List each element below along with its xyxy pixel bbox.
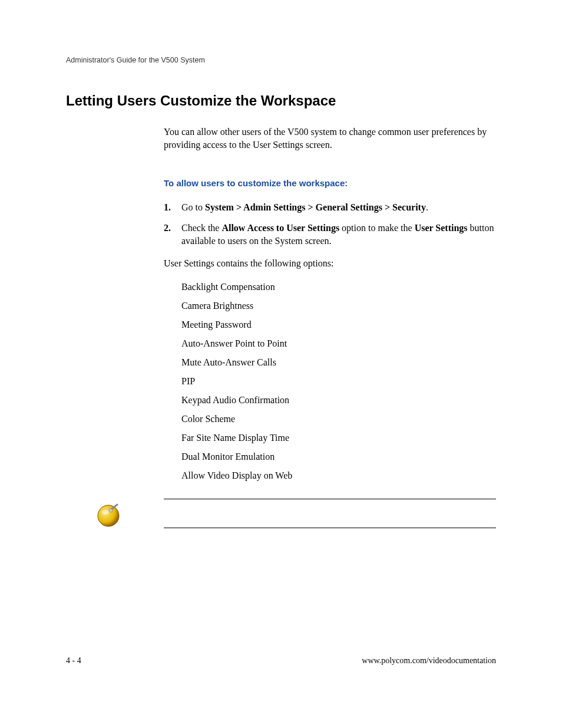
list-item: Auto-Answer Point to Point [181, 338, 496, 349]
step-text: Go to System > Admin Settings > General … [181, 201, 428, 214]
step-bold-path: System > Admin Settings > General Settin… [205, 202, 426, 212]
list-item: Dual Monitor Emulation [181, 452, 496, 462]
step-number: 2. [164, 222, 181, 247]
step-number: 1. [164, 201, 181, 214]
options-intro: User Settings contains the following opt… [164, 258, 496, 269]
note-icon [96, 503, 121, 531]
step-bold-option: User Settings [415, 223, 468, 233]
step-text-fragment: option to make the [339, 223, 415, 233]
list-item: Color Scheme [181, 414, 496, 424]
page-footer: 4 - 4 www.polycom.com/videodocumentation [66, 656, 496, 666]
list-item: Allow Video Display on Web [181, 470, 496, 481]
note-block [164, 499, 496, 528]
step-item: 1. Go to System > Admin Settings > Gener… [164, 201, 496, 214]
section-heading: Letting Users Customize the Workspace [66, 93, 496, 109]
step-text-fragment: . [426, 202, 428, 212]
step-text: Check the Allow Access to User Settings … [181, 222, 496, 247]
task-heading: To allow users to customize the workspac… [164, 178, 496, 188]
list-item: Camera Brightness [181, 301, 496, 311]
list-item: Meeting Password [181, 319, 496, 330]
step-list: 1. Go to System > Admin Settings > Gener… [164, 201, 496, 248]
list-item: PIP [181, 376, 496, 387]
footer-url: www.polycom.com/videodocumentation [362, 656, 496, 666]
divider [164, 528, 496, 528]
pin-icon [96, 503, 121, 528]
svg-point-3 [109, 509, 113, 512]
list-item: Keypad Audio Confirmation [181, 395, 496, 406]
list-item: Backlight Compensation [181, 282, 496, 292]
step-item: 2. Check the Allow Access to User Settin… [164, 222, 496, 247]
running-header: Administrator's Guide for the V500 Syste… [66, 56, 496, 64]
step-bold-option: Allow Access to User Settings [222, 223, 339, 233]
page-number: 4 - 4 [66, 656, 81, 666]
step-text-fragment: Check the [181, 223, 222, 233]
list-item: Mute Auto-Answer Calls [181, 357, 496, 368]
step-text-fragment: Go to [181, 202, 205, 212]
svg-point-0 [98, 505, 119, 526]
options-list: Backlight Compensation Camera Brightness… [181, 282, 496, 481]
body-content: You can allow other users of the V500 sy… [164, 126, 496, 481]
document-page: Administrator's Guide for the V500 Syste… [0, 0, 562, 728]
intro-paragraph: You can allow other users of the V500 sy… [164, 126, 496, 152]
svg-point-1 [102, 510, 109, 515]
list-item: Far Site Name Display Time [181, 433, 496, 443]
